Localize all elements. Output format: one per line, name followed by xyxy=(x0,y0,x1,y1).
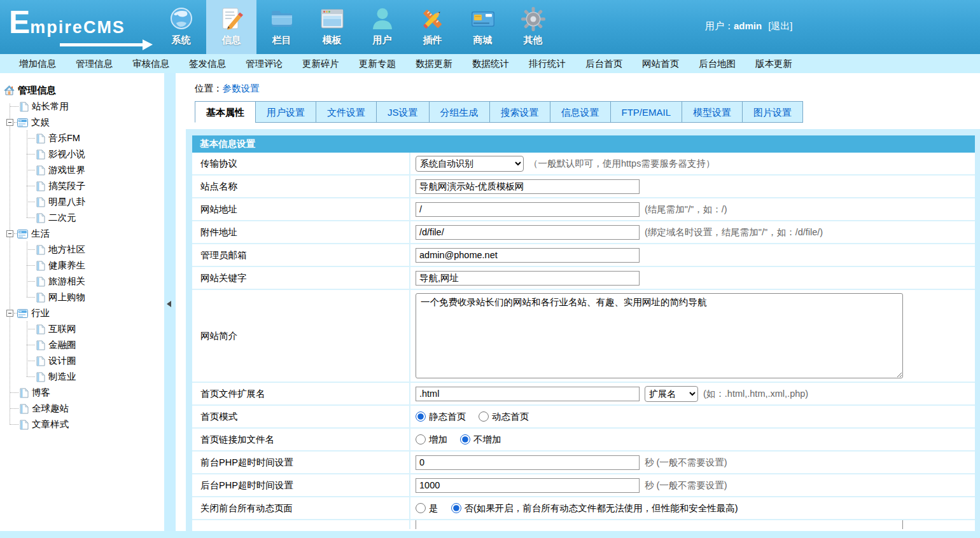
tree-item[interactable]: 游戏世界 xyxy=(0,162,164,178)
top-nav-column[interactable]: 栏目 xyxy=(256,0,307,54)
menu-item[interactable]: 后台首页 xyxy=(585,58,622,70)
keywords-input[interactable] xyxy=(416,271,640,286)
top-nav-other[interactable]: 其他 xyxy=(508,0,558,54)
tab[interactable]: FTP/EMAIL xyxy=(610,101,683,123)
tree-item-label: 旅游相关 xyxy=(48,275,85,287)
menu-item[interactable]: 签发信息 xyxy=(189,58,226,70)
menu-item[interactable]: 网站首页 xyxy=(642,58,679,70)
field-label: 网站地址 xyxy=(192,198,410,220)
tree-item[interactable]: 明星八卦 xyxy=(0,194,164,210)
collapse-expander-icon[interactable] xyxy=(6,119,13,126)
field-hint: 秒 (一般不需要设置) xyxy=(645,457,727,469)
tab[interactable]: 文件设置 xyxy=(316,101,377,123)
menu-item[interactable]: 数据统计 xyxy=(472,58,509,70)
collapse-expander-icon[interactable] xyxy=(6,310,13,317)
top-nav-info[interactable]: 信息 xyxy=(206,0,256,54)
sidebar-collapse-arrow-icon[interactable] xyxy=(167,301,171,307)
index-mode-static-option[interactable]: 静态首页 xyxy=(416,411,466,423)
top-nav-plugin[interactable]: 插件 xyxy=(407,0,458,54)
tab[interactable]: 用户设置 xyxy=(255,101,316,123)
back-timeout-input[interactable] xyxy=(416,478,640,493)
tree-item[interactable]: 博客 xyxy=(0,385,164,401)
tree-item[interactable]: 网上购物 xyxy=(0,289,164,305)
breadcrumb-label: 位置： xyxy=(195,83,223,93)
attach-url-input[interactable] xyxy=(416,225,640,240)
doc-pencil-icon xyxy=(218,4,246,34)
index-link-add-radio[interactable] xyxy=(416,434,426,445)
tree-item[interactable]: 搞笑段子 xyxy=(0,178,164,194)
tab[interactable]: 分组生成 xyxy=(429,101,490,123)
menu-item[interactable]: 管理信息 xyxy=(76,58,113,70)
logout-link[interactable]: [退出] xyxy=(768,20,792,31)
close-dynamic-no-option[interactable]: 否(如果开启，前台所有动态文件都无法使用，但性能和安全性最高) xyxy=(451,502,738,514)
tab[interactable]: 模型设置 xyxy=(682,101,743,123)
menu-item[interactable]: 数据更新 xyxy=(416,58,452,70)
index-link-add-option[interactable]: 增加 xyxy=(416,434,447,446)
tree-item[interactable]: 站长常用 xyxy=(0,99,164,114)
ext-preset-select[interactable]: 扩展名 xyxy=(645,386,698,402)
file-icon xyxy=(20,388,29,398)
menu-item[interactable]: 审核信息 xyxy=(132,58,169,70)
top-nav-user[interactable]: 用户 xyxy=(357,0,407,54)
close-dynamic-no-radio[interactable] xyxy=(451,503,461,513)
protocol-select[interactable]: 系统自动识别 xyxy=(416,156,524,172)
menu-item[interactable]: 更新碎片 xyxy=(302,58,339,70)
tab[interactable]: 搜索设置 xyxy=(489,101,550,123)
tab[interactable]: 图片设置 xyxy=(742,101,803,123)
site-intro-textarea[interactable]: 一个免费收录站长们的网站和各行业名站、有趣、实用网址的简约导航 xyxy=(416,293,903,378)
top-nav-label: 商城 xyxy=(473,34,493,46)
tab[interactable]: JS设置 xyxy=(376,101,430,123)
empirecms-logo[interactable]: EmpireCMS xyxy=(9,4,125,41)
person-icon xyxy=(368,4,396,34)
index-link-noadd-radio[interactable] xyxy=(460,434,470,445)
tree-item[interactable]: 音乐FM xyxy=(0,130,164,146)
collapse-expander-icon[interactable] xyxy=(6,230,13,237)
menu-item[interactable]: 更新专题 xyxy=(359,58,396,70)
field-label: 首页文件扩展名 xyxy=(192,383,410,404)
tree-item[interactable]: 健康养生 xyxy=(0,258,164,273)
close-dynamic-yes-radio[interactable] xyxy=(416,503,426,513)
tree-item[interactable]: 旅游相关 xyxy=(0,273,164,289)
tree-item[interactable]: 全球趣站 xyxy=(0,401,164,417)
tree-item[interactable]: 设计圈 xyxy=(0,353,164,369)
index-mode-dynamic-option[interactable]: 动态首页 xyxy=(479,411,529,423)
menu-item[interactable]: 管理评论 xyxy=(246,58,283,70)
close-dynamic-yes-option[interactable]: 是 xyxy=(416,502,438,514)
tree-item[interactable]: 文章样式 xyxy=(0,417,164,432)
menu-item[interactable]: 增加信息 xyxy=(19,58,56,70)
menu-item[interactable]: 排行统计 xyxy=(529,58,566,70)
tree-item-label: 互联网 xyxy=(48,323,76,335)
admin-email-input[interactable] xyxy=(416,248,640,263)
top-nav-system[interactable]: 系统 xyxy=(156,0,206,54)
tree-item[interactable]: 生活 xyxy=(0,226,164,242)
field-label: 网站关键字 xyxy=(192,267,410,289)
logo-text: mpireCMS xyxy=(30,18,125,37)
tree-item[interactable]: 文娱 xyxy=(0,114,164,130)
top-nav-mall[interactable]: 商城 xyxy=(458,0,508,54)
tree-item[interactable]: 影视小说 xyxy=(0,146,164,162)
tree-root-manage-info[interactable]: 管理信息 xyxy=(0,82,164,99)
sidebar-divider[interactable] xyxy=(164,73,176,531)
tree-item[interactable]: 地方社区 xyxy=(0,242,164,258)
site-url-input[interactable] xyxy=(416,202,640,217)
menu-item[interactable]: 版本更新 xyxy=(755,58,792,70)
tree-item[interactable]: 行业 xyxy=(0,305,164,321)
breadcrumb-link[interactable]: 参数设置 xyxy=(223,83,260,93)
index-mode-static-radio[interactable] xyxy=(416,411,426,422)
tree-item[interactable]: 互联网 xyxy=(0,321,164,337)
top-nav-template[interactable]: 模板 xyxy=(307,0,357,54)
site-name-input[interactable] xyxy=(416,179,640,194)
tree-item[interactable]: 制造业 xyxy=(0,369,164,385)
index-link-noadd-option[interactable]: 不增加 xyxy=(460,434,501,446)
tab[interactable]: 信息设置 xyxy=(550,101,611,123)
form-row-site-name: 站点名称 xyxy=(192,176,975,198)
file-icon xyxy=(36,165,45,176)
tree-item[interactable]: 二次元 xyxy=(0,210,164,226)
menu-item[interactable]: 后台地图 xyxy=(699,58,736,70)
file-icon xyxy=(36,356,45,366)
tab[interactable]: 基本属性 xyxy=(195,101,256,123)
index-mode-dynamic-radio[interactable] xyxy=(479,411,489,422)
front-timeout-input[interactable] xyxy=(416,455,640,470)
tree-item[interactable]: 金融圈 xyxy=(0,337,164,353)
index-ext-input[interactable] xyxy=(416,387,640,401)
